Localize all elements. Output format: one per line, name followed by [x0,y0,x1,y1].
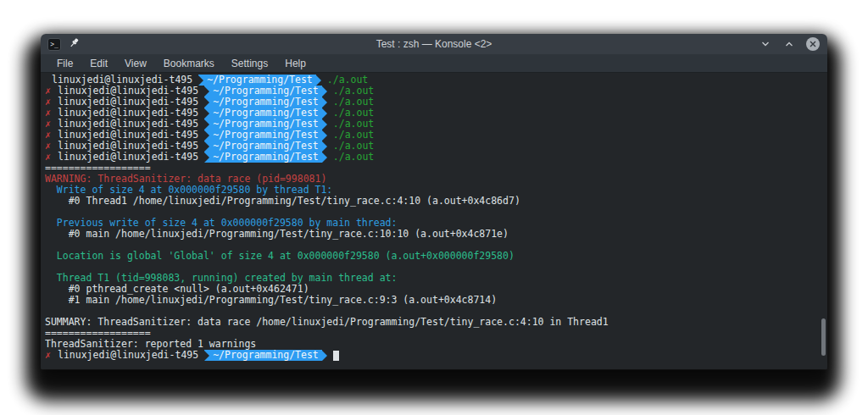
powerline-path-segment: ~/Programming/Test [204,152,322,163]
prompt-user-host: linuxjedi@linuxjedi-t495 [58,119,198,130]
powerline-notch-icon [204,141,209,152]
prompt-path: ~/Programming/Test [213,350,319,361]
prompt-command: ./a.out [327,75,368,86]
tsan-prev-frame: #0 main /home/linuxjedi/Programming/Test… [45,229,815,240]
fail-mark: ✗ [45,86,58,97]
minimize-button[interactable] [758,36,773,52]
prompt-user-host: linuxjedi@linuxjedi-t495 [52,75,192,86]
powerline-path-segment: ~/Programming/Test [204,141,322,152]
text-cursor [333,351,339,361]
fail-mark: ✗ [45,152,58,163]
maximize-button[interactable] [782,36,797,52]
close-icon [806,37,820,51]
powerline-notch-icon [204,119,209,130]
konsole-window: Test : zsh — Konsole <2> File Edit View [41,34,827,370]
prompt-history-line: ✗ linuxjedi@linuxjedi-t495 ~/Programming… [45,130,815,141]
konsole-app-icon[interactable] [47,38,61,51]
window-title: Test : zsh — Konsole <2> [41,38,827,50]
powerline-path-segment: ~/Programming/Test [204,97,322,108]
tsan-location: Location is global 'Global' of size 4 at… [45,251,815,262]
powerline-arrow-icon [322,141,327,152]
close-button[interactable] [805,36,821,52]
powerline-arrow-icon [322,108,327,119]
fail-mark: ✗ [45,119,58,130]
prompt-user-host: linuxjedi@linuxjedi-t495 [58,108,198,119]
menu-view[interactable]: View [117,56,154,71]
menubar: File Edit View Bookmarks Settings Help [41,54,827,73]
fail-mark: ✗ [45,350,58,361]
desktop: Test : zsh — Konsole <2> File Edit View [0,0,868,415]
terminal-view[interactable]: ✗ linuxjedi@linuxjedi-t495 ~/Programming… [41,73,827,369]
tsan-thread-header: Thread T1 (tid=998083, running) created … [45,273,815,284]
powerline-arrow-icon [322,130,327,141]
prompt-history-line: ✗ linuxjedi@linuxjedi-t495 ~/Programming… [45,108,815,119]
blank-line [45,207,815,218]
menu-file[interactable]: File [49,56,81,71]
powerline-notch-icon [204,152,209,163]
powerline-path-segment: ~/Programming/Test [204,108,322,119]
tsan-summary: SUMMARY: ThreadSanitizer: data race /hom… [45,317,815,328]
fail-mark: ✗ [45,97,58,108]
titlebar[interactable]: Test : zsh — Konsole <2> [41,34,827,54]
powerline-notch-icon [204,97,209,108]
prompt-path: ~/Programming/Test [213,108,319,119]
powerline-notch-icon [204,351,209,361]
powerline-path-segment: ~/Programming/Test [198,75,316,86]
blank-line [45,240,815,251]
powerline-notch-icon [204,86,209,97]
prompt-command: ./a.out [333,141,374,152]
powerline-path-segment: ~/Programming/Test [204,350,322,361]
prompt-path: ~/Programming/Test [213,141,319,152]
tsan-separator: ================== [45,163,815,174]
tsan-thread-frame1: #1 main /home/linuxjedi/Programming/Test… [45,295,815,306]
prompt-path: ~/Programming/Test [213,130,319,141]
tsan-reported: ThreadSanitizer: reported 1 warnings [45,339,815,350]
fail-mark: ✗ [45,108,58,119]
prompt-command: ./a.out [333,97,374,108]
prompt-command: ./a.out [333,119,374,130]
tsan-write-header: Write of size 4 at 0x000000f29580 by thr… [45,185,815,196]
powerline-arrow-icon [322,97,327,108]
prompt-history-line: ✗ linuxjedi@linuxjedi-t495 ~/Programming… [45,119,815,130]
blank-line [45,306,815,317]
powerline-arrow-icon [322,119,327,130]
prompt-history-line: ✗ linuxjedi@linuxjedi-t495 ~/Programming… [45,97,815,108]
scrollbar-thumb[interactable] [821,318,826,356]
prompt-user-host: linuxjedi@linuxjedi-t495 [58,350,198,361]
prompt-command: ./a.out [333,152,374,163]
prompt-path: ~/Programming/Test [207,75,313,86]
prompt-user-host: linuxjedi@linuxjedi-t495 [58,97,198,108]
prompt-history-line: ✗ linuxjedi@linuxjedi-t495 ~/Programming… [45,86,815,97]
powerline-arrow-icon [322,86,327,97]
prompt-command: ./a.out [333,130,374,141]
prompt-user-host: linuxjedi@linuxjedi-t495 [58,141,198,152]
menu-help[interactable]: Help [277,56,314,71]
tsan-prev-header: Previous write of size 4 at 0x000000f295… [45,218,815,229]
prompt-user-host: linuxjedi@linuxjedi-t495 [58,130,198,141]
powerline-notch-icon [204,130,209,141]
prompt-user-host: linuxjedi@linuxjedi-t495 [58,86,198,97]
menu-settings[interactable]: Settings [224,56,275,71]
tsan-warning: WARNING: ThreadSanitizer: data race (pid… [45,174,815,185]
blank-line [45,262,815,273]
prompt-history-line: ✗ linuxjedi@linuxjedi-t495 ~/Programming… [45,152,815,163]
powerline-arrow-icon [322,351,327,361]
prompt-command: ./a.out [333,108,374,119]
fail-mark: ✗ [45,130,58,141]
powerline-arrow-icon [316,75,321,86]
tsan-separator: ================== [45,328,815,339]
fail-mark: ✗ [45,141,58,152]
menu-bookmarks[interactable]: Bookmarks [156,56,222,71]
prompt-history-line: ✗ linuxjedi@linuxjedi-t495 ~/Programming… [45,141,815,152]
menu-edit[interactable]: Edit [82,56,115,71]
pin-icon[interactable] [69,36,80,52]
prompt-path: ~/Programming/Test [213,97,319,108]
powerline-arrow-icon [322,152,327,163]
prompt-history-line: ✗ linuxjedi@linuxjedi-t495 ~/Programming… [45,75,815,86]
scrollbar [819,73,827,369]
prompt-path: ~/Programming/Test [213,152,319,163]
powerline-path-segment: ~/Programming/Test [204,86,322,97]
prompt-path: ~/Programming/Test [213,119,319,130]
tsan-thread-frame0: #0 pthread_create <null> (a.out+0x462471… [45,284,815,295]
prompt-user-host: linuxjedi@linuxjedi-t495 [58,152,198,163]
